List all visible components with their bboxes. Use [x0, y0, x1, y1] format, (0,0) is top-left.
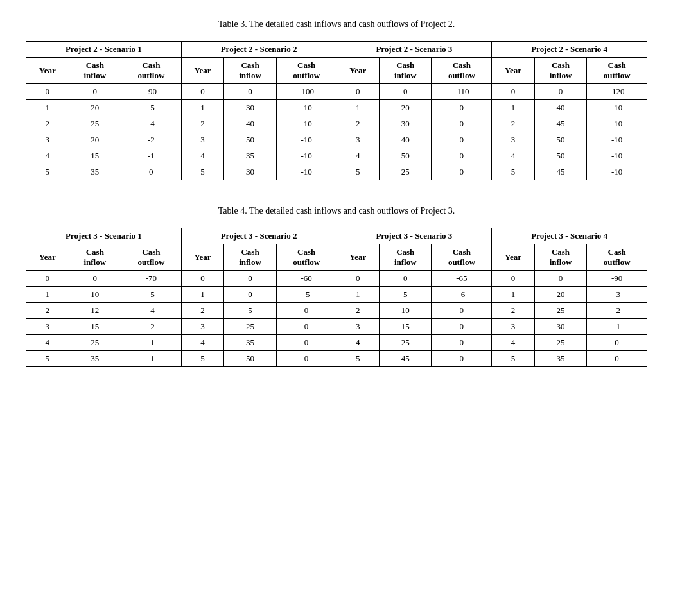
table-cell: -10 — [587, 164, 647, 180]
table-cell: 0 — [26, 84, 69, 100]
s1-outflow-header: Cashoutflow — [121, 58, 182, 84]
table-cell: -6 — [432, 287, 492, 303]
table-cell: -2 — [587, 303, 647, 319]
col-header-row: Year Cashinflow Cashoutflow Year Cashinf… — [26, 58, 647, 84]
table-row: 425-1435042504250 — [26, 335, 647, 351]
table-cell: -5 — [121, 100, 182, 116]
t4-col-header-row: Year Cashinflow Cashoutflow Year Cashinf… — [26, 244, 647, 271]
table3-title: Table 3. The detailed cash inflows and c… — [26, 19, 647, 30]
table-cell: 0 — [432, 164, 492, 180]
s1-inflow-header: Cashinflow — [69, 58, 121, 84]
table-cell: 0 — [224, 287, 276, 303]
table-cell: 3 — [181, 132, 224, 148]
table-cell: 1 — [336, 287, 380, 303]
table-cell: 3 — [336, 319, 380, 335]
t4-s1-inflow-header: Cashinflow — [69, 244, 121, 271]
table-cell: 0 — [181, 84, 224, 100]
table-cell: 4 — [26, 335, 69, 351]
table-cell: 2 — [492, 116, 535, 132]
table-cell: 0 — [432, 335, 492, 351]
table3-wrapper: Table 3. The detailed cash inflows and c… — [26, 19, 647, 180]
table-cell: -100 — [276, 84, 336, 100]
table-cell: 30 — [224, 100, 276, 116]
table-cell: 0 — [276, 319, 336, 335]
s3-inflow-header: Cashinflow — [380, 58, 432, 84]
table-cell: 1 — [181, 100, 224, 116]
table-cell: -5 — [276, 287, 336, 303]
table-cell: 0 — [69, 84, 121, 100]
table-row: 320-2350-103400350-10 — [26, 132, 647, 148]
table-cell: 3 — [181, 319, 224, 335]
table-row: 415-1435-104500450-10 — [26, 148, 647, 164]
t4-s4-outflow-header: Cashoutflow — [587, 244, 647, 271]
table-cell: 25 — [534, 303, 586, 319]
table-cell: 35 — [224, 335, 276, 351]
table-cell: 5 — [181, 351, 224, 367]
table-cell: 35 — [534, 351, 586, 367]
table-cell: -10 — [587, 132, 647, 148]
t4-s2-outflow-header: Cashoutflow — [276, 244, 336, 271]
table-cell: 1 — [492, 100, 535, 116]
table-cell: 0 — [492, 271, 535, 287]
t4-s1-outflow-header: Cashoutflow — [121, 244, 182, 271]
table-cell: 15 — [380, 319, 432, 335]
table-cell: 4 — [492, 148, 535, 164]
table-cell: -120 — [587, 84, 647, 100]
table-row: 225-4240-102300245-10 — [26, 116, 647, 132]
table-cell: 25 — [380, 335, 432, 351]
table-cell: 15 — [69, 148, 121, 164]
table4-body: 00-7000-6000-6500-90110-510-515-6120-321… — [26, 271, 647, 367]
s4-inflow-header: Cashinflow — [534, 58, 586, 84]
table-cell: 0 — [276, 335, 336, 351]
table-cell: 2 — [26, 303, 69, 319]
table3-body: 00-9000-10000-11000-120120-5130-10120014… — [26, 84, 647, 180]
table-cell: -10 — [276, 100, 336, 116]
table-cell: 25 — [69, 116, 121, 132]
s2-inflow-header: Cashinflow — [224, 58, 276, 84]
table-row: 00-9000-10000-11000-120 — [26, 84, 647, 100]
table-cell: 3 — [26, 132, 69, 148]
table-cell: 3 — [336, 132, 380, 148]
t4-scenario2-title: Project 3 - Scenario 2 — [181, 228, 336, 244]
table-cell: -5 — [121, 287, 182, 303]
table-cell: 0 — [380, 84, 432, 100]
table-cell: 50 — [224, 351, 276, 367]
table-cell: 4 — [26, 148, 69, 164]
table-cell: 0 — [492, 84, 535, 100]
table-cell: 25 — [69, 335, 121, 351]
table-cell: -1 — [121, 148, 182, 164]
t4-s2-year-header: Year — [181, 244, 224, 271]
table-cell: 3 — [26, 319, 69, 335]
table-cell: 10 — [69, 287, 121, 303]
t4-s3-outflow-header: Cashoutflow — [432, 244, 492, 271]
table-cell: 5 — [26, 351, 69, 367]
table-cell: 2 — [336, 116, 380, 132]
table-row: 00-7000-6000-6500-90 — [26, 271, 647, 287]
table-cell: 25 — [224, 319, 276, 335]
table-cell: 0 — [224, 84, 276, 100]
table-cell: -10 — [276, 132, 336, 148]
t4-s1-year-header: Year — [26, 244, 69, 271]
table-cell: 1 — [336, 100, 380, 116]
s4-outflow-header: Cashoutflow — [587, 58, 647, 84]
table-cell: 20 — [534, 287, 586, 303]
scenario1-title: Project 2 - Scenario 1 — [26, 42, 182, 58]
table-cell: 2 — [492, 303, 535, 319]
table-row: 212-42502100225-2 — [26, 303, 647, 319]
table-cell: 0 — [224, 271, 276, 287]
table-cell: 1 — [26, 287, 69, 303]
table-cell: 30 — [224, 164, 276, 180]
table-cell: 35 — [224, 148, 276, 164]
table-cell: 4 — [492, 335, 535, 351]
table-cell: 45 — [534, 116, 586, 132]
table-cell: -10 — [587, 100, 647, 116]
table-cell: -2 — [121, 319, 182, 335]
s2-year-header: Year — [181, 58, 224, 84]
table-cell: 0 — [432, 132, 492, 148]
table-cell: 0 — [534, 271, 586, 287]
table3: Project 2 - Scenario 1 Project 2 - Scena… — [26, 41, 647, 180]
t4-s3-inflow-header: Cashinflow — [380, 244, 432, 271]
table-cell: 45 — [380, 351, 432, 367]
table-cell: 45 — [534, 164, 586, 180]
table-cell: 1 — [26, 100, 69, 116]
